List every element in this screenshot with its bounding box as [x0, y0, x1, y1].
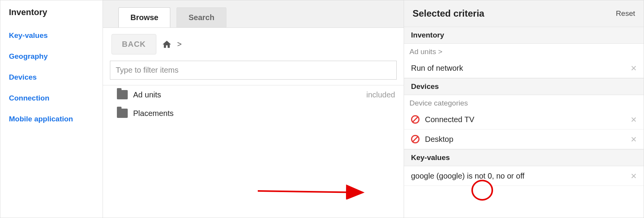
criteria-row-connected-tv: Connected TV ×: [404, 110, 644, 129]
list-item-label: Placements: [133, 109, 174, 118]
criteria-label: Desktop: [425, 135, 453, 144]
sidebar: Inventory Key-values Geography Devices C…: [0, 0, 103, 218]
criteria-row-desktop: Desktop ×: [404, 129, 644, 149]
criteria-row-google-key-value: google (google) is not 0, no or off ×: [404, 166, 644, 186]
tab-search[interactable]: Search: [176, 7, 226, 27]
criteria-row-run-of-network: Run of network ×: [404, 58, 644, 78]
sidebar-header: Inventory: [0, 7, 103, 25]
included-label: included: [366, 90, 395, 99]
remove-icon[interactable]: ×: [631, 171, 637, 181]
browse-panel: Browse Search BACK > Ad units: [103, 0, 404, 218]
criteria-label: google (google) is not 0, no or off: [411, 172, 524, 181]
section-header-inventory: Inventory: [404, 27, 644, 44]
prohibit-icon: [411, 115, 420, 124]
criteria-label: Connected TV: [425, 115, 474, 124]
section-sub-inventory: Ad units >: [404, 44, 644, 58]
section-header-devices: Devices: [404, 78, 644, 95]
reset-button[interactable]: Reset: [616, 9, 635, 18]
tab-browse[interactable]: Browse: [118, 7, 170, 27]
folder-icon: [117, 90, 128, 99]
selected-criteria-panel: Selected criteria Reset Inventory Ad uni…: [404, 0, 644, 218]
back-button[interactable]: BACK: [111, 34, 156, 54]
home-icon[interactable]: [162, 39, 172, 49]
section-sub-devices: Device categories: [404, 95, 644, 110]
list-row-ad-units[interactable]: Ad units included: [103, 85, 404, 104]
remove-icon[interactable]: ×: [631, 63, 637, 73]
prohibit-icon: [411, 135, 420, 143]
list-item-label: Ad units: [133, 90, 161, 99]
sidebar-item-connection[interactable]: Connection: [0, 88, 103, 109]
criteria-label: Run of network: [411, 64, 463, 73]
selected-criteria-title: Selected criteria: [413, 8, 484, 19]
folder-icon: [117, 109, 128, 118]
tabs: Browse Search: [103, 0, 404, 27]
nav-row: BACK >: [103, 28, 404, 58]
remove-icon[interactable]: ×: [631, 134, 637, 144]
remove-icon[interactable]: ×: [631, 114, 637, 124]
sidebar-item-key-values[interactable]: Key-values: [0, 25, 103, 46]
section-header-key-values: Key-values: [404, 149, 644, 166]
breadcrumb-separator: >: [177, 40, 182, 49]
filter-input[interactable]: [110, 61, 397, 80]
list-row-placements[interactable]: Placements: [103, 104, 404, 123]
sidebar-item-geography[interactable]: Geography: [0, 46, 103, 67]
sidebar-item-mobile-application[interactable]: Mobile application: [0, 109, 103, 129]
sidebar-item-devices[interactable]: Devices: [0, 67, 103, 88]
